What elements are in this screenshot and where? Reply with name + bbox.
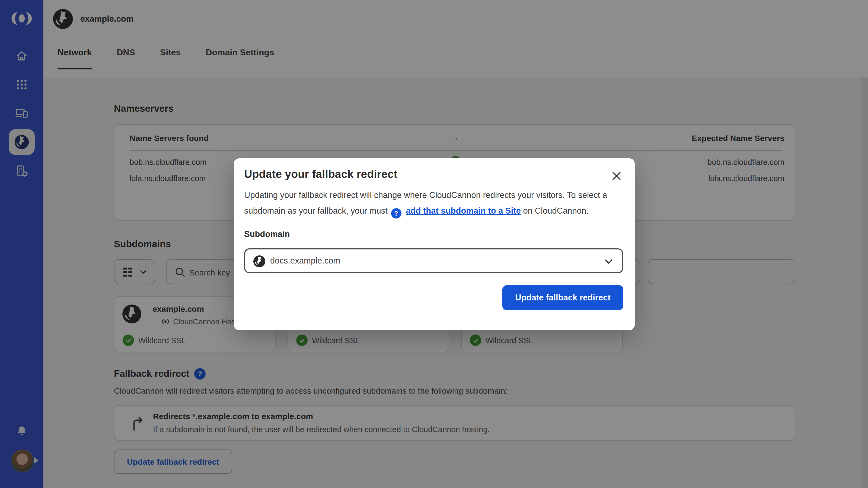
- subdomain-select[interactable]: docs.example.com: [244, 248, 623, 273]
- app-window: example.com Network DNS Sites Domain Set…: [0, 0, 868, 488]
- add-subdomain-link[interactable]: add that subdomain to a Site: [406, 206, 521, 215]
- close-icon: [612, 171, 621, 180]
- modal-text-after-link: on CloudCannon.: [521, 206, 589, 215]
- globe-icon: [253, 255, 266, 268]
- modal-description: Updating your fallback redirect will cha…: [244, 188, 625, 219]
- modal-update-fallback-button[interactable]: Update fallback redirect: [502, 285, 623, 310]
- modal-title: Update your fallback redirect: [244, 167, 397, 181]
- help-icon[interactable]: ?: [391, 208, 401, 219]
- subdomain-select-value: docs.example.com: [270, 256, 340, 266]
- update-fallback-modal: Update your fallback redirect Updating y…: [234, 158, 635, 330]
- subdomain-field-label: Subdomain: [244, 229, 290, 239]
- modal-close-button[interactable]: [609, 168, 624, 183]
- chevron-down-icon: [604, 258, 613, 265]
